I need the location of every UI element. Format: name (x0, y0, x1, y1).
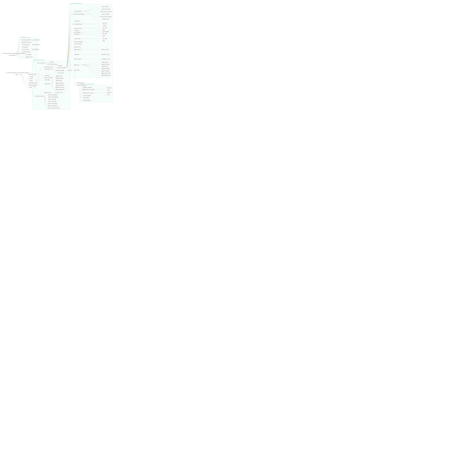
sr-go-details[interactable]: go to complete details (55, 67, 67, 69)
sr-adv-external[interactable]: switch to external features (46, 105, 60, 107)
pd-yelp-noted[interactable]: toggle noted locations (99, 70, 112, 72)
pd-contact[interactable]: contact an agent (72, 38, 83, 40)
pd-email-close[interactable]: close modal (100, 33, 109, 35)
ap-map[interactable]: view map of properties (20, 51, 32, 53)
sr-yelp-preschools[interactable]: toggle preschools (53, 75, 65, 77)
ap-insights[interactable]: view market insights (20, 44, 31, 46)
ap-desc[interactable]: view description (20, 46, 30, 48)
pd-mort-calc[interactable]: calculate (100, 24, 109, 26)
sr-yelp-retire[interactable]: toggle retirement homes (53, 86, 67, 88)
sr-yelp-shop[interactable]: toggle shopping centers (53, 89, 67, 90)
sr-sorting[interactable]: select sorting (42, 79, 52, 81)
si-min[interactable]: enter minimum price (27, 82, 38, 84)
sr-adv-listing[interactable]: switch to general listing info (46, 96, 61, 98)
si-max[interactable]: enter maximum price (27, 84, 38, 86)
pd-mi-avgdays[interactable]: switch to avg. days on market (98, 11, 114, 13)
pd-see-map[interactable]: see listing on map (72, 46, 83, 48)
pd-directions-map[interactable]: see directions on map (99, 53, 112, 55)
cmp-contact-all[interactable]: contact agent about all properties (80, 89, 96, 90)
sr-yelp-police[interactable]: toggle police stations (53, 77, 66, 79)
cmp-remove[interactable]: remove from comparison (81, 86, 94, 88)
root-search[interactable]: search (13, 74, 21, 76)
pd-next[interactable]: cycle to next listing (72, 43, 84, 45)
pd-yelp-ext[interactable]: toggle yelp ext. (72, 64, 82, 66)
pd-streetview-map[interactable]: see streetview on map (99, 58, 112, 60)
cmp-contact-one-close[interactable]: close modal (105, 92, 113, 93)
pd-zillow-page[interactable]: go to zillow page (100, 31, 111, 33)
si-baths[interactable]: set baths (27, 80, 35, 82)
bulk-fav-all[interactable]: favorite all selected (75, 82, 86, 84)
pd-yelp-pet[interactable]: toggle pet stores (99, 66, 111, 68)
sr-favorite[interactable]: 'favorite' property (55, 72, 66, 74)
sr-yelp-pet[interactable]: toggle pet stores (53, 80, 65, 81)
sr-schools-ext[interactable]: toggle schools ext. (42, 92, 54, 93)
pd-mi-avgask[interactable]: switch to avg. sale $ per asking (98, 16, 114, 17)
sr-yelp-noted[interactable]: toggle noted locations (53, 84, 66, 86)
pd-yelp-preschools[interactable]: toggle preschools (99, 61, 111, 63)
pd-directions[interactable]: get directions (72, 53, 82, 55)
pd-print[interactable]: print details (72, 30, 82, 32)
ap-nearby-go[interactable]: go to area profile (32, 39, 41, 41)
root-go-area-profile[interactable]: go to area profile (7, 54, 17, 56)
sr-advanced[interactable]: show advanced options (33, 95, 46, 97)
ap-insights-dl[interactable]: Download full report (31, 44, 41, 46)
pd-mi-new[interactable]: switch to new listings (99, 13, 112, 15)
bulk-compare-all[interactable]: "compare all" selected (75, 84, 87, 86)
sr-adv-construction[interactable]: switch to construction (46, 101, 59, 102)
sr-save-search[interactable]: save search (42, 75, 52, 76)
sr-adv-mapped[interactable]: switch to mapped search options (46, 107, 62, 109)
cmp-fav-one[interactable]: favorite property (81, 97, 92, 99)
cmp-see-details[interactable]: see property details (81, 99, 93, 101)
sr-adv-internal[interactable]: switch to internal features (46, 103, 60, 104)
si-type[interactable]: select type (27, 75, 36, 77)
cmp-fav-all[interactable]: favorite all properties (81, 95, 94, 97)
si-beds[interactable]: set beds (27, 78, 35, 80)
si-location[interactable]: enter/reenter location (27, 73, 38, 75)
si-search[interactable]: search (27, 86, 34, 88)
pd-show-close[interactable]: close modal (100, 27, 109, 29)
pd-streetview[interactable]: switch to streetview (72, 58, 84, 60)
pd-yelp-police[interactable]: toggle police stations (99, 63, 112, 65)
sr-yelp-arts[interactable]: toggle performing arts (53, 82, 66, 84)
pd-mi-overview[interactable]: switch to overview (99, 6, 111, 8)
sr-yelp-ext[interactable]: toggle yelp ext. (42, 83, 53, 85)
sr-prop-list[interactable]: select property in list (42, 68, 54, 70)
pd-mortgage[interactable]: go to mortgage calculator (70, 23, 85, 25)
pd-show-details[interactable]: show property details (toggle) (70, 13, 86, 15)
cmp-contact-one-submit[interactable]: submit (105, 94, 112, 96)
ap-sold[interactable]: see sold listings (23, 54, 34, 55)
cmp-contact-all-close[interactable]: close modal (105, 87, 113, 89)
pd-virtual-tour[interactable]: view virtual tour (72, 20, 83, 22)
pd-contact-close[interactable]: close modal (100, 38, 109, 39)
cmp-contact-one[interactable]: contact agent about property (81, 92, 96, 94)
sr-schools-map[interactable]: see schools on map (53, 92, 65, 93)
pd-yelp-shop[interactable]: toggle shopping centers (99, 74, 113, 76)
ap-features[interactable]: view area features (20, 49, 31, 50)
pd-mi-dl[interactable]: Download full report (99, 18, 112, 20)
pd-schools-ext[interactable]: toggle schools ext. (72, 49, 83, 51)
sr-select-saved2[interactable]: select a saved search (42, 77, 54, 79)
sr-adv-community[interactable]: switch to community (46, 98, 58, 100)
pd-show-submit[interactable]: submit (100, 29, 107, 31)
pd-email-submit[interactable]: submit (100, 35, 107, 37)
ap-nearby[interactable]: view nearby area profiles (20, 39, 32, 41)
pd-yelp-retire[interactable]: toggle retirement homes (99, 72, 113, 74)
ap-features-yelp[interactable]: go to yelp page (31, 49, 40, 50)
pd-mi[interactable]: view market insights (72, 10, 84, 12)
pd-mort-close[interactable]: close modal (100, 22, 109, 24)
pd-contact-submit[interactable]: submit (100, 40, 107, 42)
pd-back[interactable]: back to results (72, 69, 82, 71)
sr-select-saved[interactable]: select a saved search (35, 62, 47, 64)
sr-hide[interactable]: hide property (55, 65, 64, 67)
sr-adv-broker[interactable]: switch to broker/agent info (46, 94, 60, 96)
cmp-contact-all-submit[interactable]: submit (105, 89, 112, 91)
pd-mi-avgprice[interactable]: switch to avg. sale price (99, 8, 113, 10)
pd-email[interactable]: email a friend (72, 34, 82, 35)
pd-prev[interactable]: cycle to previous listing (72, 41, 85, 43)
ap-listings[interactable]: see listings in area (23, 56, 34, 58)
ap-offices[interactable]: view offices that cover area (20, 41, 33, 43)
sr-prop-toggle[interactable]: select property (toggle) (53, 69, 66, 71)
pd-yelp-arts[interactable]: toggle performing arts (99, 68, 112, 70)
sr-prop-map[interactable]: select property on map (42, 66, 55, 68)
pd-showing[interactable]: schedule a showing (72, 27, 84, 29)
